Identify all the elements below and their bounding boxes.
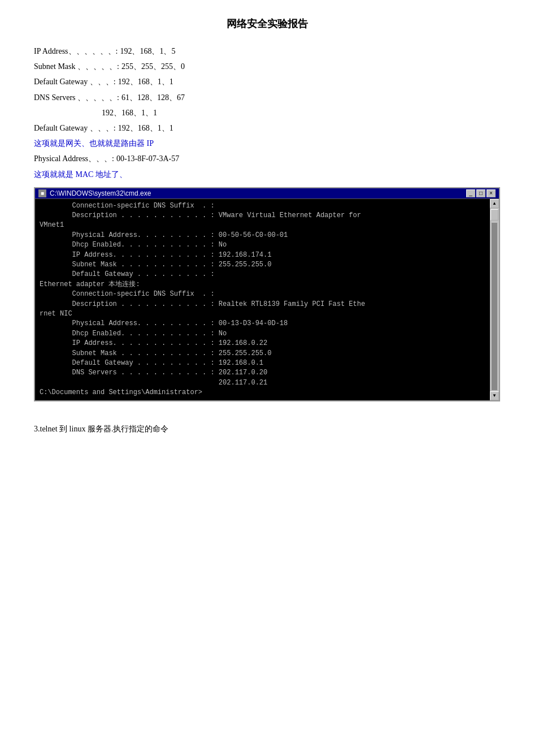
minimize-button[interactable]: _ xyxy=(466,189,475,197)
cmd-line: IP Address. . . . . . . . . . . . : 192.… xyxy=(40,250,488,260)
cmd-controls[interactable]: _ □ × xyxy=(466,189,496,197)
cmd-body: Connection-specific DNS Suffix . : Descr… xyxy=(35,199,499,400)
cmd-window: ■ C:\WINDOWS\system32\cmd.exe _ □ × Conn… xyxy=(34,187,500,401)
cmd-line: Default Gateway . . . . . . . . . : xyxy=(40,270,488,279)
cmd-title: C:\WINDOWS\system32\cmd.exe xyxy=(50,189,151,197)
cmd-line: Dhcp Enabled. . . . . . . . . . . : No xyxy=(40,329,488,339)
cmd-line: rnet NIC xyxy=(40,309,488,319)
scroll-up-arrow[interactable]: ▲ xyxy=(490,199,499,208)
cmd-line: Connection-specific DNS Suffix . : xyxy=(40,201,488,211)
subnet-mask-line: Subnet Mask 、、、、、: 255、255、255、0 xyxy=(34,59,500,74)
cmd-line: Dhcp Enabled. . . . . . . . . . . : No xyxy=(40,240,488,250)
subnet-value: 255、255、255、0 xyxy=(121,59,185,74)
ip-address-line: IP Address、、、、、、: 192、168、1、5 xyxy=(34,44,500,58)
default-gateway-line2: Default Gateway 、、、: 192、168、1、1 xyxy=(34,121,500,135)
cmd-line: Default Gateway . . . . . . . . . : 192.… xyxy=(40,358,488,368)
dns-extra-line: 192、168、1、1 xyxy=(34,106,500,120)
cmd-line: Description . . . . . . . . . . . : Real… xyxy=(40,300,488,309)
cmd-line: Connection-specific DNS Suffix . : xyxy=(40,290,488,299)
dns-extra-value: 192、168、1、1 xyxy=(102,106,157,120)
telnet-section: 3.telnet 到 linux 服务器.执行指定的命令 xyxy=(34,424,500,434)
close-button[interactable]: × xyxy=(487,189,496,197)
gateway-comment: 这项就是网关、也就就是路由器 IP xyxy=(34,136,500,150)
gateway-value: 192、168、1、1 xyxy=(118,75,173,89)
cmd-line: C:\Documents and Settings\Administrator> xyxy=(40,388,488,398)
cmd-line: Physical Address. . . . . . . . . : 00-5… xyxy=(40,231,488,240)
physical-address-line: Physical Address、、、: 00-13-8F-07-3A-57 xyxy=(34,152,500,166)
gateway2-value: 192、168、1、1 xyxy=(118,121,173,135)
gateway2-label: Default Gateway 、、、: xyxy=(34,121,116,135)
cmd-scrollbar[interactable]: ▲ ▼ xyxy=(490,199,499,400)
gateway-label: Default Gateway 、、、: xyxy=(34,75,116,89)
subnet-label: Subnet Mask 、、、、、: xyxy=(34,59,119,74)
cmd-titlebar: ■ C:\WINDOWS\system32\cmd.exe _ □ × xyxy=(35,188,499,199)
cmd-line: DNS Servers . . . . . . . . . . . : 202.… xyxy=(40,368,488,378)
cmd-line: Subnet Mask . . . . . . . . . . . : 255.… xyxy=(40,349,488,358)
cmd-line: Subnet Mask . . . . . . . . . . . : 255.… xyxy=(40,260,488,270)
scroll-down-arrow[interactable]: ▼ xyxy=(490,391,499,400)
cmd-line: VMnet1 xyxy=(40,221,488,230)
ip-label: IP Address、、、、、、: xyxy=(34,44,118,58)
cmd-line: Ethernet adapter 本地连接: xyxy=(40,280,488,290)
ip-value: 192、168、1、5 xyxy=(120,44,175,58)
network-info-section: IP Address、、、、、、: 192、168、1、5 Subnet Mas… xyxy=(34,44,500,182)
physical-value: 00-13-8F-07-3A-57 xyxy=(116,152,179,166)
dns-value: 61、128、128、67 xyxy=(121,90,185,105)
restore-button[interactable]: □ xyxy=(476,189,485,197)
cmd-line: IP Address. . . . . . . . . . . . : 192.… xyxy=(40,339,488,348)
cmd-icon: ■ xyxy=(38,189,46,197)
physical-label: Physical Address、、、: xyxy=(34,152,114,166)
cmd-line: Description . . . . . . . . . . . : VMwa… xyxy=(40,211,488,221)
dns-label: DNS Servers 、、、、、: xyxy=(34,90,119,105)
page-title: 网络安全实验报告 xyxy=(34,17,500,31)
cmd-titlebar-left: ■ C:\WINDOWS\system32\cmd.exe xyxy=(38,189,151,197)
dns-servers-line: DNS Servers 、、、、、: 61、128、128、67 xyxy=(34,90,500,105)
default-gateway-line: Default Gateway 、、、: 192、168、1、1 xyxy=(34,75,500,89)
mac-comment: 这项就就是 MAC 地址了、 xyxy=(34,167,500,182)
cmd-line: Physical Address. . . . . . . . . : 00-1… xyxy=(40,319,488,329)
scroll-thumb[interactable] xyxy=(490,209,498,221)
cmd-line: 202.117.0.21 xyxy=(40,378,488,388)
